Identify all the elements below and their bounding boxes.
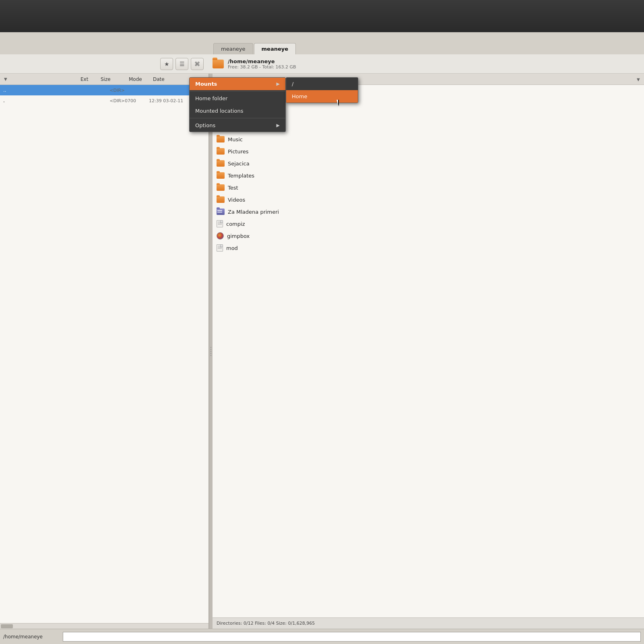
col-header-name[interactable]: ▼ xyxy=(2,77,78,81)
options-arrow: ▶ xyxy=(277,123,280,128)
panel-right: ▼ Documents Downloads Dropbox xyxy=(213,74,644,629)
folder-icon xyxy=(217,136,225,142)
left-file-list: .. <DIR> . <DIR> 0700 12:39 03-02-11 xyxy=(0,85,208,623)
file-name-cell: . xyxy=(3,98,76,103)
submenu-item-home[interactable]: Home xyxy=(286,90,358,103)
file-name-cell: .. xyxy=(3,87,76,93)
left-h-scrollbar[interactable] xyxy=(0,623,208,629)
panel-left: ▼ Ext Size Mode Date .. xyxy=(0,74,209,629)
panel-divider[interactable] xyxy=(209,74,213,629)
list-view-button[interactable]: ☰ xyxy=(175,58,188,70)
tabs-bar: meaneye meaneye xyxy=(0,32,644,54)
mounts-label: Mounts xyxy=(195,81,217,87)
list-item[interactable]: Pictures xyxy=(213,145,644,157)
col-header-mode[interactable]: Mode xyxy=(126,76,151,82)
list-item[interactable]: Test xyxy=(213,182,644,194)
table-row[interactable]: .. <DIR> xyxy=(0,85,208,95)
tab-meaneye-1[interactable]: meaneye xyxy=(213,43,253,54)
list-item[interactable]: Templates xyxy=(213,169,644,182)
list-item[interactable]: Music xyxy=(213,133,644,145)
menu-item-home-folder[interactable]: Home folder xyxy=(190,92,285,105)
menu-separator-2 xyxy=(190,118,285,118)
bottom-bar: /home/meaneye xyxy=(0,629,644,644)
folder-icon-large xyxy=(212,58,225,70)
folder-icon xyxy=(217,148,225,155)
h-scroll-thumb xyxy=(1,624,13,628)
dropdown-menu[interactable]: Mounts ▶ Home folder Mounted locations O… xyxy=(189,77,286,132)
app-container: meaneye meaneye ★ ☰ ⌘ /home/me xyxy=(0,32,644,644)
menu-item-options[interactable]: Options ▶ xyxy=(190,119,285,132)
tab-meaneye-2[interactable]: meaneye xyxy=(254,43,296,54)
divider-dots xyxy=(211,347,211,356)
path-title: /home/meaneye xyxy=(228,58,296,64)
list-item[interactable]: mod xyxy=(213,242,644,254)
path-bar: /home/meaneye Free: 38.2 GB - Total: 163… xyxy=(208,58,641,70)
options-label: Options xyxy=(195,122,215,128)
path-text: /home/meaneye Free: 38.2 GB - Total: 163… xyxy=(228,58,296,70)
folder-icon xyxy=(217,172,225,179)
gimp-icon xyxy=(217,232,224,239)
list-item[interactable]: Videos xyxy=(213,194,644,206)
menu-item-mounted-locations[interactable]: Mounted locations xyxy=(190,105,285,117)
col-header-ext[interactable]: Ext xyxy=(78,76,98,82)
file-size-cell: <DIR> xyxy=(97,98,125,103)
list-item[interactable]: compiz xyxy=(213,218,644,230)
bookmark-button[interactable]: ★ xyxy=(160,58,173,70)
file-size-cell: <DIR> xyxy=(97,88,125,93)
submenu-arrow: ▶ xyxy=(277,81,280,87)
table-row[interactable]: . <DIR> 0700 12:39 03-02-11 xyxy=(0,95,208,106)
folder-icon xyxy=(217,184,225,191)
list-item[interactable]: Za Mladena primeri xyxy=(213,206,644,218)
titlebar xyxy=(0,0,644,32)
panels: ▼ Ext Size Mode Date .. xyxy=(0,74,644,629)
folder-graphic xyxy=(213,60,224,68)
list-item[interactable]: gimpbox xyxy=(213,230,644,242)
bottom-path-label: /home/meaneye xyxy=(3,634,60,640)
left-col-headers: ▼ Ext Size Mode Date xyxy=(0,74,208,85)
home-folder-label: Home folder xyxy=(195,95,227,101)
right-sort-arrow: ▼ xyxy=(637,76,642,82)
file-icon xyxy=(217,244,223,252)
sort-arrow: ▼ xyxy=(4,77,7,81)
file-mode-cell: 0700 xyxy=(125,98,149,103)
mounted-locations-label: Mounted locations xyxy=(195,108,243,114)
command-button[interactable]: ⌘ xyxy=(191,58,204,70)
list-item[interactable]: Sejacica xyxy=(213,157,644,169)
submenu-item-root[interactable]: / xyxy=(286,78,358,90)
col-header-size[interactable]: Size xyxy=(98,76,126,82)
file-icon xyxy=(217,220,223,227)
bottom-path-input[interactable] xyxy=(63,632,641,642)
menu-item-mounts[interactable]: Mounts ▶ xyxy=(190,78,285,90)
menu-separator-1 xyxy=(190,91,285,91)
folder-icon xyxy=(217,160,225,167)
submenu[interactable]: / Home xyxy=(286,77,358,103)
right-status-bar: Directories: 0/12 Files: 0/4 Size: 0/1,6… xyxy=(213,617,644,629)
path-subtitle: Free: 38.2 GB - Total: 163.2 GB xyxy=(228,64,296,70)
toolbar: ★ ☰ ⌘ /home/meaneye Free: 38.2 GB - Tota… xyxy=(0,54,644,74)
special-folder-icon xyxy=(217,208,225,215)
folder-icon xyxy=(217,196,225,203)
toolbar-buttons: ★ ☰ ⌘ xyxy=(160,58,204,70)
right-file-list: Documents Downloads Dropbox Games Music xyxy=(213,85,644,617)
